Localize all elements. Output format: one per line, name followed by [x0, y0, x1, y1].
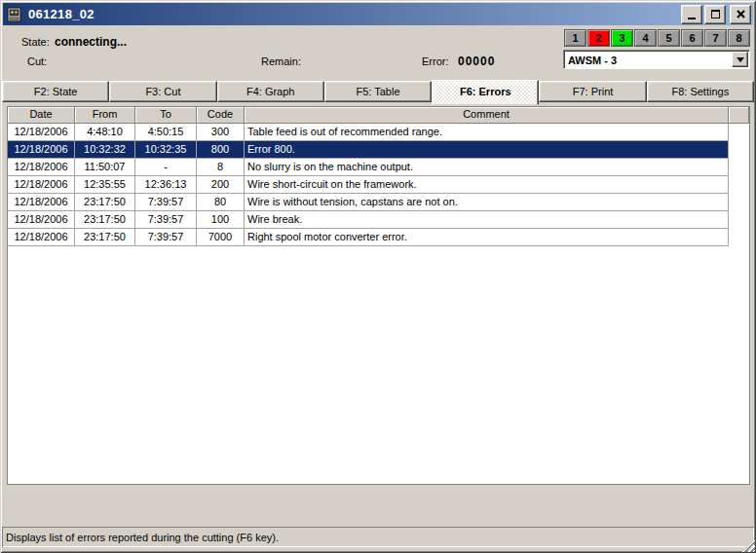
- table-row[interactable]: 12/18/200623:17:507:39:577000Right spool…: [8, 229, 729, 246]
- chevron-down-icon: [737, 57, 744, 62]
- cell-from: 11:50:07: [75, 159, 135, 175]
- tab-f7-print[interactable]: F7: Print: [539, 81, 646, 102]
- app-window: 061218_02 State: connecting... Cut: Rema…: [0, 0, 756, 553]
- column-header-stub: [729, 107, 749, 124]
- cell-comment: No slurry is on the machine output.: [245, 159, 729, 175]
- titlebar: 061218_02: [3, 3, 753, 25]
- cell-to: 7:39:57: [135, 229, 197, 245]
- cell-date: 12/18/2006: [8, 124, 75, 140]
- caption-buttons: [681, 5, 751, 24]
- cell-comment: Right spool motor converter error.: [245, 229, 729, 245]
- cell-from: 12:35:55: [75, 176, 135, 193]
- cell-from: 4:48:10: [75, 124, 135, 140]
- tab-f4-graph[interactable]: F4: Graph: [217, 81, 324, 102]
- column-header-from[interactable]: From: [75, 107, 135, 124]
- cell-comment: Wire break.: [245, 211, 729, 228]
- state-label: State:: [21, 36, 50, 48]
- table-body: 12/18/20064:48:104:50:15300Table feed is…: [8, 124, 749, 246]
- cell-to: 12:36:13: [135, 176, 197, 193]
- channel-button-7[interactable]: 7: [704, 29, 727, 47]
- channel-button-4[interactable]: 4: [634, 29, 657, 47]
- tab-f5-table[interactable]: F5: Table: [324, 81, 432, 102]
- table-row[interactable]: 12/18/20064:48:104:50:15300Table feed is…: [8, 124, 729, 141]
- cell-code: 200: [197, 176, 245, 193]
- cell-from: 10:32:32: [75, 141, 135, 158]
- cell-code: 8: [197, 159, 245, 175]
- cell-code: 300: [197, 124, 245, 140]
- maximize-button[interactable]: [704, 5, 726, 24]
- maximize-icon: [711, 10, 720, 18]
- error-label: Error:: [422, 55, 449, 67]
- window-title: 061218_02: [28, 7, 681, 21]
- machine-select[interactable]: AWSM - 3: [563, 50, 750, 69]
- cell-code: 7000: [197, 229, 245, 245]
- cell-date: 12/18/2006: [8, 176, 75, 193]
- channel-button-5[interactable]: 5: [658, 29, 680, 47]
- cell-to: 7:39:57: [135, 211, 197, 228]
- table-row[interactable]: 12/18/200611:50:07-8No slurry is on the …: [8, 159, 729, 176]
- cell-from: 23:17:50: [75, 229, 135, 245]
- machine-select-value: AWSM - 3: [564, 53, 732, 68]
- minimize-icon: [688, 18, 696, 19]
- cell-code: 80: [197, 194, 245, 210]
- cell-comment: Table feed is out of recommended range.: [245, 124, 729, 140]
- machine-select-dropdown-button[interactable]: [732, 52, 748, 67]
- errors-table: DateFromToCodeComment 12/18/20064:48:104…: [7, 106, 750, 485]
- table-header: DateFromToCodeComment: [8, 107, 749, 124]
- cell-to: 10:32:35: [135, 141, 197, 158]
- status-bar-text: Displays list of errors reported during …: [6, 532, 279, 543]
- cut-label: Cut:: [27, 55, 47, 67]
- channel-button-6[interactable]: 6: [681, 29, 703, 47]
- cell-from: 23:17:50: [75, 211, 135, 228]
- cell-code: 100: [197, 211, 245, 228]
- close-icon: [737, 10, 745, 18]
- cell-date: 12/18/2006: [8, 229, 75, 245]
- column-header-to[interactable]: To: [135, 107, 197, 124]
- cell-comment: Error 800.: [245, 141, 729, 158]
- close-button[interactable]: [730, 5, 751, 24]
- cell-to: -: [135, 159, 197, 175]
- column-header-date[interactable]: Date: [8, 107, 75, 124]
- table-row[interactable]: 12/18/200610:32:3210:32:35800Error 800.: [8, 141, 729, 159]
- cell-date: 12/18/2006: [8, 211, 75, 228]
- cell-to: 4:50:15: [135, 124, 197, 140]
- column-header-code[interactable]: Code: [197, 107, 245, 124]
- tab-bar: F2: StateF3: CutF4: GraphF5: TableF6: Er…: [2, 81, 754, 102]
- cell-comment: Wire short-circuit on the framework.: [245, 176, 729, 193]
- column-header-comment[interactable]: Comment: [245, 107, 729, 124]
- error-value: 00000: [458, 55, 495, 68]
- remain-label: Remain:: [261, 55, 301, 67]
- table-row[interactable]: 12/18/200623:17:507:39:57100Wire break.: [8, 211, 729, 229]
- cell-comment: Wire is without tension, capstans are no…: [245, 194, 729, 210]
- cell-to: 7:39:57: [135, 194, 197, 210]
- cell-date: 12/18/2006: [8, 159, 75, 175]
- tab-f3-cut[interactable]: F3: Cut: [109, 81, 216, 102]
- channel-button-8[interactable]: 8: [728, 29, 750, 47]
- table-row[interactable]: 12/18/200612:35:5512:36:13200Wire short-…: [8, 176, 729, 194]
- status-bar: Displays list of errors reported during …: [2, 527, 754, 547]
- cell-from: 23:17:50: [75, 194, 135, 210]
- minimize-button[interactable]: [681, 5, 702, 24]
- tab-f2-state[interactable]: F2: State: [2, 81, 109, 102]
- tab-f8-settings[interactable]: F8: Settings: [647, 81, 754, 102]
- tab-f6-errors[interactable]: F6: Errors: [432, 80, 539, 105]
- channel-button-2[interactable]: 2: [587, 29, 610, 47]
- channel-button-3[interactable]: 3: [611, 29, 633, 47]
- app-icon: [7, 7, 22, 22]
- resize-grip-icon[interactable]: [742, 539, 755, 552]
- cell-date: 12/18/2006: [8, 141, 75, 158]
- state-value: connecting...: [55, 35, 127, 49]
- table-row[interactable]: 12/18/200623:17:507:39:5780Wire is witho…: [8, 194, 729, 211]
- cell-code: 800: [197, 141, 245, 158]
- cell-date: 12/18/2006: [8, 194, 75, 210]
- channel-button-1[interactable]: 1: [564, 29, 586, 47]
- channel-indicators: 12345678: [564, 29, 750, 47]
